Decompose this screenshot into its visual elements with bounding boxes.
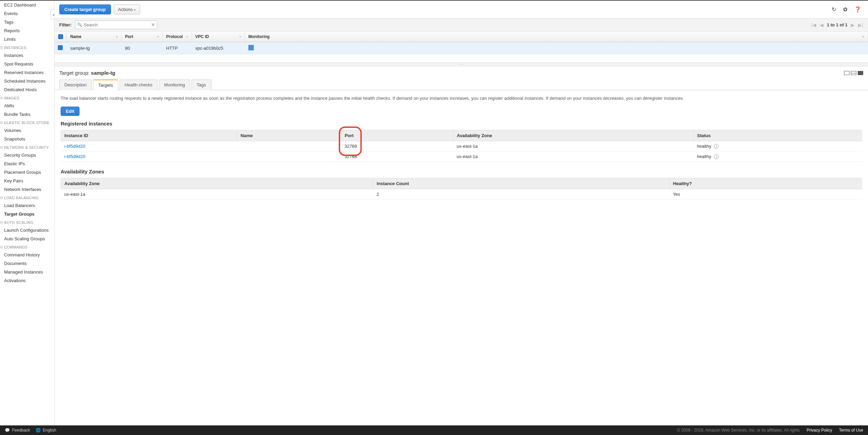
settings-icon[interactable]: ✿ [841, 4, 850, 15]
sidebar-item-ec2-dashboard[interactable]: EC2 Dashboard [0, 1, 54, 9]
panel-splitter[interactable]: • • • [54, 62, 868, 67]
toolbar: Create target group Actions ▾ ↻ ✿ ❓ [54, 1, 868, 18]
reg-col-status[interactable]: Status [694, 130, 862, 141]
page-next-icon[interactable]: ▶ [851, 22, 855, 28]
pagination: |◀ ◀ 1 to 1 of 1 ▶ ▶| [811, 22, 863, 28]
row-checkbox[interactable] [58, 45, 63, 50]
reg-col-name[interactable]: Name [237, 130, 341, 141]
actions-dropdown[interactable]: Actions ▾ [114, 4, 140, 14]
refresh-icon[interactable]: ↻ [830, 4, 838, 15]
sidebar-header-network-security[interactable]: NETWORK & SECURITY [0, 143, 54, 151]
sidebar-header-commands[interactable]: COMMANDS [0, 243, 54, 251]
availability-zones-table: Availability Zone Instance Count Healthy… [61, 178, 862, 200]
table-row: i-bf5d9d2032768us-east-1ahealthy i [61, 151, 862, 161]
sidebar-item-key-pairs[interactable]: Key Pairs [0, 177, 54, 185]
sidebar-item-limits[interactable]: Limits [0, 35, 54, 44]
sidebar-item-elastic-ips[interactable]: Elastic IPs [0, 159, 54, 168]
instance-port: 32769 [341, 141, 453, 151]
sidebar-collapse-button[interactable]: ◀ [51, 9, 54, 20]
az-count: 2 [373, 189, 669, 199]
sidebar-item-command-history[interactable]: Command History [0, 251, 54, 259]
reg-col-port[interactable]: Port [341, 130, 453, 141]
col-monitoring[interactable]: Monitoring [245, 32, 868, 42]
sidebar: ◀ EC2 DashboardEventsTagsReportsLimits I… [0, 1, 54, 425]
tab-monitoring[interactable]: Monitoring [159, 80, 190, 90]
instance-port: 32768 [341, 151, 453, 161]
sidebar-item-volumes[interactable]: Volumes [0, 126, 54, 135]
col-name[interactable]: Name [67, 32, 122, 42]
sidebar-item-tags[interactable]: Tags [0, 18, 54, 26]
sidebar-item-activations[interactable]: Activations [0, 276, 54, 285]
layout-split-icon[interactable] [851, 71, 856, 75]
layout-full-icon[interactable] [858, 71, 863, 75]
reg-col-az[interactable]: Availability Zone [453, 130, 693, 141]
detail-title: Target group: sample-tg [59, 70, 115, 76]
cell-port: 80 [122, 43, 163, 53]
sidebar-item-scheduled-instances[interactable]: Scheduled Instances [0, 77, 54, 85]
sidebar-item-instances[interactable]: Instances [0, 51, 54, 60]
instance-id-link[interactable]: i-bf5d9d20 [61, 151, 237, 161]
az-col-healthy[interactable]: Healthy? [669, 178, 861, 189]
sidebar-item-bundle-tasks[interactable]: Bundle Tasks [0, 110, 54, 119]
sidebar-header-auto-scaling[interactable]: AUTO SCALING [0, 218, 54, 226]
page-first-icon[interactable]: |◀ [811, 22, 816, 28]
sidebar-item-documents[interactable]: Documents [0, 259, 54, 268]
info-icon[interactable]: i [714, 154, 719, 159]
table-row: i-bf5d9d2032769us-east-1ahealthy i [61, 141, 862, 151]
col-port[interactable]: Port [122, 32, 163, 42]
sidebar-item-snapshots[interactable]: Snapshots [0, 135, 54, 143]
availability-zones-title: Availability Zones [61, 169, 862, 174]
sidebar-item-load-balancers[interactable]: Load Balancers [0, 201, 54, 210]
search-input[interactable] [75, 21, 157, 29]
registered-instances-title: Registered instances [61, 121, 862, 126]
cell-name: sample-tg [67, 43, 122, 53]
reg-col-id[interactable]: Instance ID [61, 130, 237, 141]
tab-description[interactable]: Description [59, 80, 92, 90]
az-col-zone[interactable]: Availability Zone [61, 178, 373, 189]
sidebar-item-managed-instances[interactable]: Managed Instances [0, 268, 54, 276]
sidebar-header-elastic-block-store[interactable]: ELASTIC BLOCK STORE [0, 119, 54, 126]
edit-button[interactable]: Edit [61, 107, 79, 116]
sidebar-header-instances[interactable]: INSTANCES [0, 44, 54, 51]
az-col-count[interactable]: Instance Count [373, 178, 669, 189]
layout-top-icon[interactable] [844, 71, 850, 75]
table-row[interactable]: sample-tg 80 HTTP vpc-a019b0c5 [54, 42, 868, 55]
sidebar-item-target-groups[interactable]: Target Groups [0, 210, 54, 218]
sidebar-item-events[interactable]: Events [0, 9, 54, 18]
sidebar-item-amis[interactable]: AMIs [0, 101, 54, 110]
instance-id-link[interactable]: i-bf5d9d20 [61, 141, 237, 151]
page-prev-icon[interactable]: ◀ [820, 22, 823, 28]
sidebar-item-spot-requests[interactable]: Spot Requests [0, 60, 54, 68]
cell-protocol: HTTP [163, 43, 192, 53]
cell-monitoring [245, 42, 868, 54]
tab-targets[interactable]: Targets [93, 80, 118, 90]
sidebar-item-dedicated-hosts[interactable]: Dedicated Hosts [0, 85, 54, 94]
instance-name [237, 141, 341, 151]
target-groups-table-header: Name Port Protocol VPC ID Monitoring [54, 32, 868, 42]
sidebar-item-network-interfaces[interactable]: Network Interfaces [0, 185, 54, 194]
tab-tags[interactable]: Tags [191, 80, 211, 90]
col-vpc[interactable]: VPC ID [192, 32, 245, 42]
help-icon[interactable]: ❓ [852, 4, 863, 15]
instance-status: healthy i [694, 141, 862, 151]
sidebar-item-placement-groups[interactable]: Placement Groups [0, 168, 54, 177]
page-info: 1 to 1 of 1 [827, 22, 848, 27]
sidebar-header-load-balancing[interactable]: LOAD BALANCING [0, 194, 54, 201]
main-panel: Create target group Actions ▾ ↻ ✿ ❓ Filt… [54, 1, 868, 425]
page-last-icon[interactable]: ▶| [858, 22, 863, 28]
sidebar-item-auto-scaling-groups[interactable]: Auto Scaling Groups [0, 234, 54, 243]
tab-health-checks[interactable]: Health checks [120, 80, 158, 90]
sidebar-item-launch-configurations[interactable]: Launch Configurations [0, 226, 54, 234]
col-protocol[interactable]: Protocol [163, 32, 192, 42]
select-all-checkbox[interactable] [58, 34, 63, 39]
sidebar-item-reserved-instances[interactable]: Reserved Instances [0, 68, 54, 77]
sidebar-item-security-groups[interactable]: Security Groups [0, 151, 54, 159]
cell-vpc: vpc-a019b0c5 [192, 43, 245, 53]
az-healthy: Yes [669, 189, 861, 199]
create-target-group-button[interactable]: Create target group [59, 4, 111, 14]
sidebar-header-images[interactable]: IMAGES [0, 94, 54, 101]
clear-search-icon[interactable]: ✕ [151, 22, 155, 27]
detail-tabs: DescriptionTargetsHealth checksMonitorin… [54, 79, 868, 90]
sidebar-item-reports[interactable]: Reports [0, 26, 54, 35]
info-icon[interactable]: i [714, 144, 719, 149]
